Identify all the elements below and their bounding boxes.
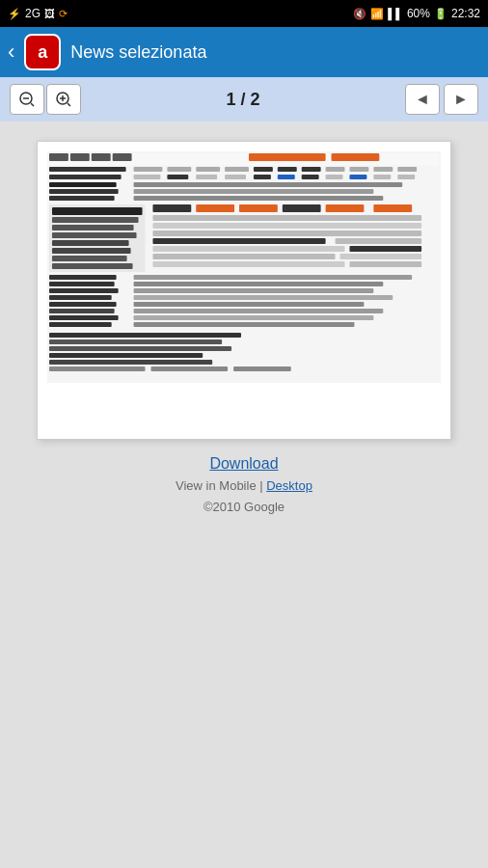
view-options: View in Mobile | Desktop	[176, 476, 312, 494]
svg-rect-23	[349, 167, 368, 172]
svg-rect-11	[113, 153, 132, 161]
svg-rect-10	[92, 153, 111, 161]
battery-level: 60%	[407, 7, 430, 20]
svg-rect-59	[152, 215, 421, 221]
network-2g: 2G	[25, 7, 41, 20]
svg-rect-41	[134, 189, 374, 194]
svg-rect-25	[397, 167, 417, 172]
svg-rect-53	[152, 204, 191, 212]
app-icon: a	[24, 34, 61, 70]
svg-rect-13	[332, 153, 380, 161]
svg-rect-63	[336, 238, 422, 244]
zoom-in-icon	[55, 91, 72, 108]
svg-rect-24	[373, 167, 393, 172]
svg-rect-28	[167, 175, 188, 179]
signal-icon: ▌▌	[388, 8, 403, 19]
svg-rect-45	[52, 207, 143, 215]
app-icon-letter: a	[38, 42, 47, 63]
svg-rect-62	[152, 238, 325, 244]
zoom-in-button[interactable]	[46, 84, 81, 115]
svg-rect-79	[134, 302, 365, 307]
svg-rect-70	[49, 275, 117, 280]
zoom-out-icon	[18, 91, 36, 108]
svg-rect-56	[283, 204, 321, 212]
svg-rect-35	[349, 175, 366, 179]
svg-rect-77	[134, 295, 393, 300]
view-in-mobile-text: View in Mobile |	[176, 478, 266, 493]
prev-icon: ◄	[415, 91, 430, 108]
download-link[interactable]: Download	[209, 455, 278, 473]
svg-rect-14	[49, 167, 126, 172]
svg-rect-47	[52, 225, 134, 231]
svg-rect-34	[326, 175, 343, 179]
svg-rect-16	[167, 167, 191, 172]
svg-rect-27	[134, 175, 161, 179]
svg-rect-90	[49, 360, 212, 365]
svg-rect-51	[52, 256, 127, 261]
svg-rect-26	[49, 175, 122, 179]
app-bar: ‹ a News selezionata	[0, 27, 488, 77]
svg-rect-19	[254, 167, 273, 172]
svg-rect-30	[225, 175, 246, 179]
nav-controls: ◄ ►	[405, 84, 478, 115]
svg-rect-15	[134, 167, 163, 172]
svg-rect-58	[373, 204, 412, 212]
svg-rect-65	[349, 246, 421, 252]
svg-rect-20	[278, 167, 297, 172]
svg-rect-76	[49, 295, 112, 300]
svg-rect-66	[152, 254, 335, 259]
prev-page-button[interactable]: ◄	[405, 84, 440, 115]
svg-rect-38	[49, 182, 117, 187]
svg-rect-86	[49, 333, 241, 338]
svg-rect-29	[196, 175, 217, 179]
svg-rect-22	[326, 167, 345, 172]
svg-rect-87	[49, 339, 222, 344]
svg-rect-36	[373, 175, 391, 179]
svg-rect-33	[302, 175, 319, 179]
svg-rect-85	[134, 322, 355, 327]
clock: 22:32	[451, 7, 480, 20]
svg-rect-61	[152, 231, 421, 236]
svg-line-2	[31, 103, 34, 106]
svg-rect-17	[196, 167, 220, 172]
svg-rect-50	[52, 248, 131, 254]
svg-rect-73	[134, 282, 384, 286]
wifi-icon: 📶	[370, 8, 384, 20]
desktop-link[interactable]: Desktop	[266, 478, 312, 493]
svg-rect-37	[397, 175, 415, 179]
svg-rect-81	[134, 309, 384, 313]
toolbar: 1 / 2 ◄ ►	[0, 77, 488, 122]
zoom-out-button[interactable]	[10, 84, 44, 115]
svg-rect-54	[196, 204, 234, 212]
svg-rect-84	[49, 322, 112, 327]
svg-rect-72	[49, 282, 115, 286]
svg-rect-68	[152, 261, 344, 267]
svg-rect-46	[52, 217, 139, 223]
svg-rect-12	[249, 153, 326, 161]
svg-rect-32	[278, 175, 295, 179]
main-content: Download View in Mobile | Desktop ©2010 …	[0, 122, 488, 868]
svg-rect-39	[134, 182, 403, 187]
mute-icon: 🔇	[353, 8, 366, 20]
svg-rect-74	[49, 288, 119, 293]
copyright-text: ©2010 Google	[203, 500, 285, 514]
svg-rect-71	[134, 275, 413, 280]
svg-rect-69	[349, 261, 421, 267]
sync-icon: ⟳	[59, 8, 68, 20]
battery-icon: 🔋	[434, 8, 447, 20]
document-image	[47, 151, 441, 383]
svg-rect-40	[49, 189, 119, 194]
next-page-button[interactable]: ►	[444, 84, 478, 115]
svg-rect-31	[254, 175, 271, 179]
status-bar: ⚡ 2G 🖼 ⟳ 🔇 📶 ▌▌ 60% 🔋 22:32	[0, 0, 488, 27]
status-left: ⚡ 2G 🖼 ⟳	[8, 7, 68, 20]
svg-rect-48	[52, 232, 137, 238]
svg-rect-80	[49, 309, 115, 313]
svg-rect-67	[340, 254, 422, 259]
svg-rect-21	[302, 167, 321, 172]
svg-rect-64	[152, 246, 344, 252]
document-svg	[47, 151, 441, 383]
svg-rect-57	[326, 204, 365, 212]
back-button[interactable]: ‹	[8, 40, 14, 65]
svg-rect-42	[49, 196, 115, 201]
